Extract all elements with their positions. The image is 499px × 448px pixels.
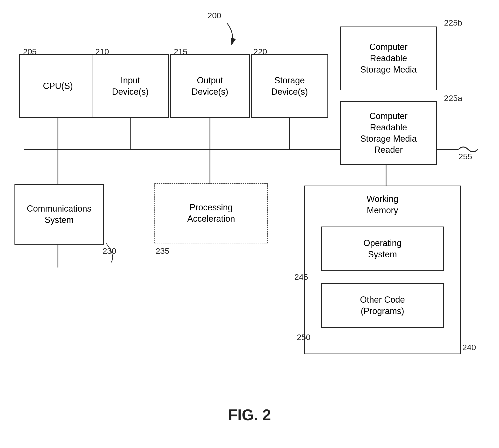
crsm-reader-box: ComputerReadableStorage MediaReader bbox=[340, 101, 437, 165]
crsm-reader-label: ComputerReadableStorage MediaReader bbox=[360, 111, 417, 156]
cpu-box: CPU(S) bbox=[19, 54, 97, 118]
other-code-box: Other Code(Programs) bbox=[321, 283, 444, 328]
other-code-label: Other Code(Programs) bbox=[360, 294, 405, 317]
ref-235: 235 bbox=[156, 246, 169, 256]
output-device-box: OutputDevice(s) bbox=[170, 54, 250, 118]
comm-system-label: CommunicationsSystem bbox=[27, 203, 91, 226]
crsm-box: ComputerReadableStorage Media bbox=[340, 27, 437, 90]
input-device-label: InputDevice(s) bbox=[112, 75, 149, 98]
storage-device-label: StorageDevice(s) bbox=[271, 75, 308, 98]
operating-system-label: OperatingSystem bbox=[363, 238, 401, 260]
comm-system-box: CommunicationsSystem bbox=[15, 184, 104, 245]
working-memory-label: WorkingMemory bbox=[305, 193, 460, 216]
ref-200: 200 bbox=[207, 11, 221, 20]
storage-device-box: StorageDevice(s) bbox=[251, 54, 328, 118]
ref-255: 255 bbox=[458, 152, 472, 161]
operating-system-box: OperatingSystem bbox=[321, 226, 444, 271]
ref-245: 245 bbox=[294, 272, 308, 282]
input-device-box: InputDevice(s) bbox=[92, 54, 169, 118]
crsm-label: ComputerReadableStorage Media bbox=[360, 41, 417, 75]
ref-250: 250 bbox=[297, 333, 310, 342]
proc-accel-box: ProcessingAcceleration bbox=[155, 183, 268, 243]
ref-240: 240 bbox=[462, 343, 476, 352]
diagram: 200 205 CPU(S) 210 InputDevice(s) 215 Ou… bbox=[0, 0, 499, 448]
ref-225a: 225a bbox=[444, 94, 462, 103]
ref-225b: 225b bbox=[444, 18, 462, 28]
figure-label: FIG. 2 bbox=[0, 406, 499, 424]
proc-accel-label: ProcessingAcceleration bbox=[187, 202, 235, 224]
ref-230: 230 bbox=[103, 246, 116, 256]
cpu-label: CPU(S) bbox=[43, 80, 73, 92]
output-device-label: OutputDevice(s) bbox=[191, 75, 228, 98]
